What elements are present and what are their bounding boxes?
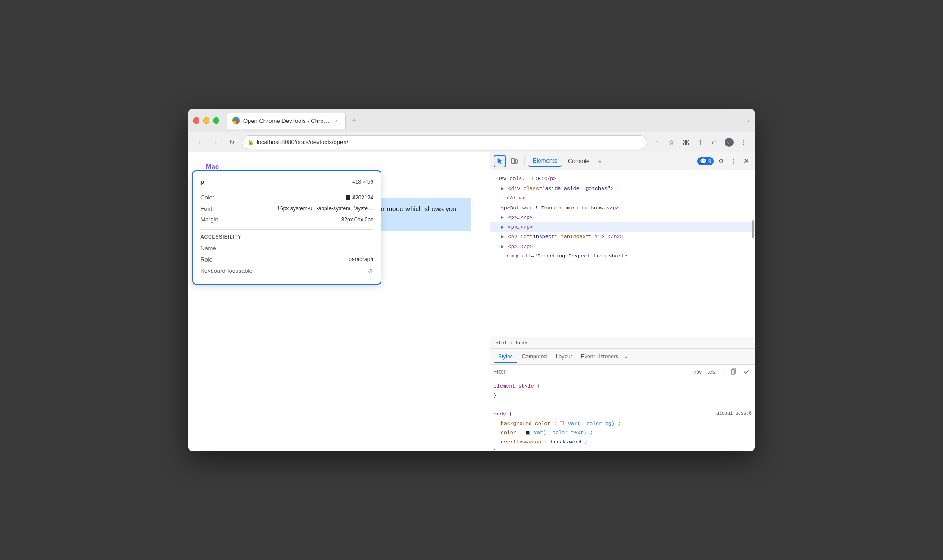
tooltip-margin-row: Margin 32px 0px 0px xyxy=(200,214,373,226)
accessibility-header: ACCESSIBILITY xyxy=(200,233,373,241)
active-tab[interactable]: Open Chrome DevTools - Chro… × xyxy=(227,113,346,129)
tooltip-role-value: paragraph xyxy=(349,255,373,264)
tooltip-name-row: Name xyxy=(200,243,373,254)
css-close-brace: } xyxy=(494,393,497,398)
dom-arrow-icon[interactable]: ▶ xyxy=(501,224,504,230)
title-bar: Open Chrome DevTools - Chro… × + › xyxy=(188,109,755,132)
css-block-body: body { _global.scss:6 background-color :… xyxy=(494,410,752,451)
navigation-bar: ‹ › ↻ 🔒 localhost:8080/docs/devtools/ope… xyxy=(188,132,755,152)
styles-tabs: Styles Computed Layout Event Listeners » xyxy=(490,349,755,365)
tab-console[interactable]: Console xyxy=(563,156,594,166)
copy-styles-button[interactable] xyxy=(729,367,739,376)
tab-close-button[interactable]: × xyxy=(333,117,340,124)
breadcrumb-body[interactable]: body xyxy=(514,339,530,347)
css-selector-body: body xyxy=(494,411,506,417)
traffic-lights xyxy=(193,117,219,124)
address-bar[interactable]: 🔒 localhost:8080/docs/devtools/open/ xyxy=(242,135,647,149)
tooltip-margin-value: 32px 0px 0px xyxy=(341,216,373,224)
lock-icon: 🔒 xyxy=(248,139,254,145)
tab-bar: Open Chrome DevTools - Chro… × + › xyxy=(227,113,750,129)
dom-scrollbar[interactable] xyxy=(752,220,754,238)
tooltip-name-label: Name xyxy=(200,244,236,253)
svg-rect-2 xyxy=(515,160,517,163)
tooltip-element-tag: p xyxy=(200,177,204,187)
dom-line[interactable]: ▶ <p>…</p> xyxy=(490,212,755,222)
main-area: Mac Option + C Option + J p 418 × 56 Col… xyxy=(188,152,755,451)
translate-button[interactable]: T xyxy=(694,136,707,149)
minimize-window-button[interactable] xyxy=(203,117,209,124)
close-window-button[interactable] xyxy=(193,117,199,124)
forward-button[interactable]: › xyxy=(209,136,222,149)
tooltip-color-label: Color xyxy=(200,193,236,203)
dom-line-selected[interactable]: ▶ <p>…</p> xyxy=(490,222,755,232)
extensions-button[interactable] xyxy=(680,136,692,149)
styles-panel: Styles Computed Layout Event Listeners »… xyxy=(490,349,755,451)
dom-arrow-icon[interactable]: ▶ xyxy=(501,244,504,249)
inspect-cursor-icon xyxy=(496,158,503,165)
device-toolbar-button[interactable] xyxy=(508,155,521,167)
tab-computed[interactable]: Computed xyxy=(517,351,551,363)
tab-elements[interactable]: Elements xyxy=(528,155,562,167)
profile-button[interactable]: U xyxy=(723,136,735,149)
devtools-close-button[interactable]: ✕ xyxy=(741,156,752,167)
bookmark-button[interactable]: ☆ xyxy=(665,136,678,149)
tooltip-keyboard-label: Keyboard-focusable xyxy=(200,266,253,276)
dom-line[interactable]: DevTools. TLDR:</p> xyxy=(490,174,755,184)
css-selector: element.style xyxy=(494,383,534,389)
dom-tree-wrapper: DevTools. TLDR:</p> ▶ <div class="aside … xyxy=(490,170,755,337)
chat-icon: 💬 xyxy=(700,158,707,164)
dom-line[interactable]: ▶ <div class="aside aside--gotchas">… xyxy=(490,184,755,194)
dom-arrow-icon[interactable]: ▶ xyxy=(501,234,504,239)
tooltip-role-row: Role paragraph xyxy=(200,254,373,266)
styles-filter-input[interactable] xyxy=(494,369,688,375)
refresh-button[interactable]: ↻ xyxy=(226,136,238,149)
add-style-rule-button[interactable]: + xyxy=(720,368,726,375)
back-button[interactable]: ‹ xyxy=(193,136,206,149)
styles-tab-more-button[interactable]: » xyxy=(623,352,629,361)
dom-line[interactable]: </div> xyxy=(490,193,755,203)
maximize-window-button[interactable] xyxy=(213,117,219,124)
dom-tree: DevTools. TLDR:</p> ▶ <div class="aside … xyxy=(490,170,755,265)
dom-line[interactable]: <img alt="Selecting Inspect from shortc xyxy=(490,251,755,261)
devtools-more-button[interactable]: ⋮ xyxy=(728,156,739,167)
tab-favicon-icon xyxy=(232,117,240,124)
dom-arrow-icon[interactable]: ▶ xyxy=(501,185,504,191)
devtools-panel: Elements Console » 💬 9 ⚙ ⋮ ✕ DevTools. T… xyxy=(490,152,755,451)
css-value-bg: var(--color-bg) xyxy=(568,420,615,426)
dom-arrow-icon[interactable]: ▶ xyxy=(501,214,504,220)
device-toggle-icon xyxy=(511,158,518,165)
svg-rect-1 xyxy=(511,159,515,163)
console-message-count: 💬 9 xyxy=(697,157,714,165)
devtools-settings-button[interactable]: ⚙ xyxy=(716,156,726,167)
share-button[interactable]: ↑ xyxy=(651,136,663,149)
tooltip-color-value: #202124 xyxy=(346,194,373,202)
dom-line[interactable]: ▶ <p>…</p> xyxy=(490,242,755,252)
css-value-color: var(--color-text) xyxy=(534,429,586,435)
css-value-overflow: break-word xyxy=(550,439,581,445)
sidebar-button[interactable]: ▭ xyxy=(708,136,721,149)
breadcrumb-html[interactable]: html xyxy=(494,339,509,347)
css-prop-bg: background-color xyxy=(501,420,550,426)
styles-content: element.style { } body { _global.scss:6 … xyxy=(490,379,755,451)
tooltip-divider xyxy=(200,229,373,230)
tab-styles[interactable]: Styles xyxy=(494,351,517,363)
tab-event-listeners[interactable]: Event Listeners xyxy=(576,351,623,363)
more-options-button[interactable]: ⋮ xyxy=(737,136,750,149)
toggle-changes-button[interactable] xyxy=(742,367,752,376)
inspect-element-button[interactable] xyxy=(494,155,506,167)
tab-more-button[interactable]: » xyxy=(596,157,604,166)
css-color-swatch-icon xyxy=(526,431,530,435)
breadcrumb-bar: html › body xyxy=(490,337,755,349)
css-prop-overflow: overflow-wrap xyxy=(501,439,541,445)
tooltip-font-row: Font 16px system-ui, -apple-system, "sys… xyxy=(200,203,373,215)
css-open-brace: { xyxy=(537,383,540,389)
filter-cls-button[interactable]: .cls xyxy=(706,368,717,375)
tab-overflow-chevron-icon[interactable]: › xyxy=(748,117,750,124)
dom-line[interactable]: <p>But wait! There's more to know.</p> xyxy=(490,203,755,213)
nav-actions: ↑ ☆ T ▭ U ⋮ xyxy=(651,136,750,149)
new-tab-button[interactable]: + xyxy=(348,114,360,127)
tab-layout[interactable]: Layout xyxy=(551,351,576,363)
dom-line[interactable]: ▶ <h2 id="inspect" tabindex="-1">…</h2> xyxy=(490,232,755,242)
element-tooltip-overlay: p 418 × 56 Color #202124 Font 16px syste… xyxy=(192,170,381,285)
filter-hov-button[interactable]: :hov xyxy=(690,368,703,375)
